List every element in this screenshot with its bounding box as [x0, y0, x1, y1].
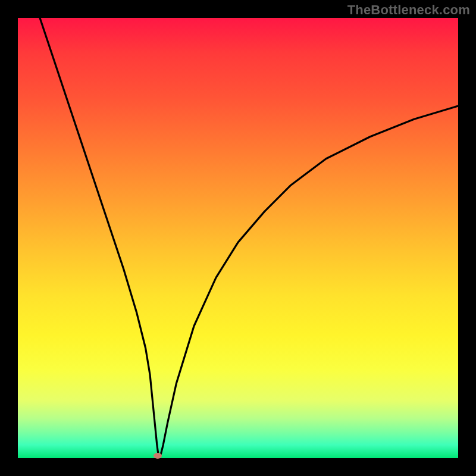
bottleneck-curve: [18, 18, 458, 458]
minimum-marker: [154, 453, 162, 459]
plot-area: [18, 18, 458, 458]
watermark-text: TheBottleneck.com: [347, 2, 470, 18]
chart-stage: TheBottleneck.com: [0, 0, 476, 476]
